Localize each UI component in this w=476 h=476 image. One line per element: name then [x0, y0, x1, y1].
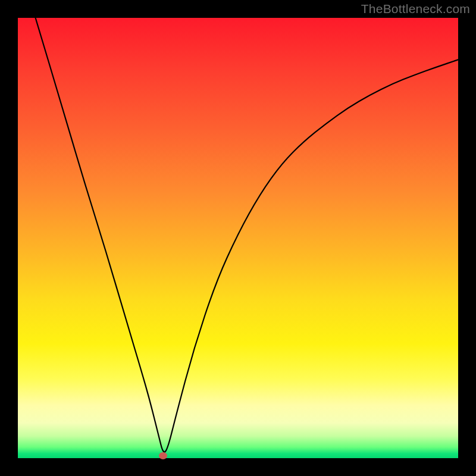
plot-area	[18, 18, 458, 458]
min-marker-dot	[159, 452, 167, 459]
bottleneck-curve	[18, 18, 458, 458]
chart-frame: TheBottleneck.com	[0, 0, 476, 476]
curve-path	[36, 18, 458, 452]
watermark-text: TheBottleneck.com	[361, 2, 470, 16]
